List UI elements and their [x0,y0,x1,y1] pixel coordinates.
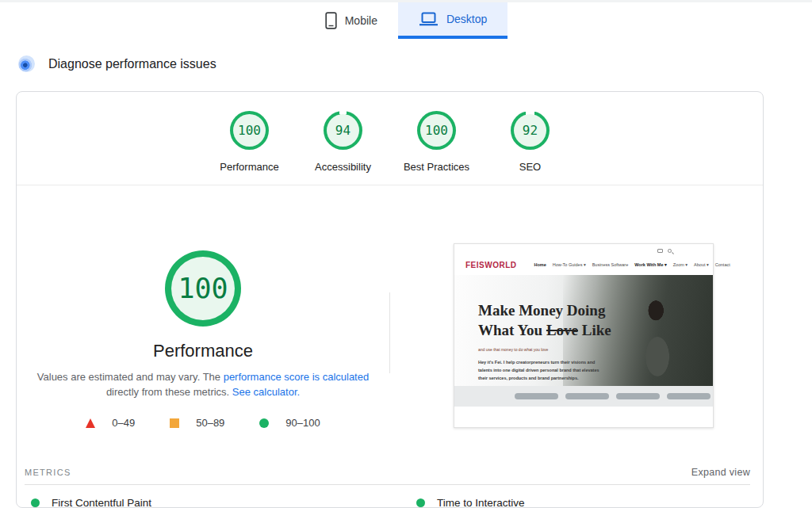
hero-heading-line2-post: Like [578,322,611,338]
score-calc-link[interactable]: performance score is calculated [224,371,370,383]
best-practices-gauge: 100 [417,111,456,150]
red-triangle-icon [86,418,95,428]
performance-main-score: 100 [165,250,241,327]
nav-item: How-To Guides ▾ [553,262,586,267]
expand-view-button[interactable]: Expand view [691,467,750,478]
logo-bar [616,393,660,399]
performance-summary-title: Performance [153,341,253,361]
performance-score-value: 100 [230,111,269,150]
seo-gauge: 92 [511,111,550,150]
hero-copy: Make Money Doing What You Love Like and … [478,300,621,382]
thumb-nav-bar: FEISWORLD Home How-To Guides ▾ Business … [454,254,713,275]
performance-score-label: Performance [220,161,278,173]
performance-summary-description: Values are estimated and may vary. The p… [29,369,377,399]
seo-score-value: 92 [511,111,550,150]
green-circle-icon [259,418,269,428]
logo-bar [515,393,558,399]
thumb-hero: Make Money Doing What You Love Like and … [454,275,713,407]
thumb-utility-bar [454,244,713,254]
nav-item: Zoom ▾ [673,262,688,267]
legend-range-good: 90–100 [285,417,320,429]
hero-heading: Make Money Doing What You Love Like [478,300,621,340]
performance-main-gauge: 100 [165,250,241,327]
desktop-icon [419,11,439,27]
cart-icon [657,249,663,253]
nav-item: Home [534,262,546,267]
best-practices-score-value: 100 [417,111,456,150]
good-status-icon [416,498,425,507]
site-nav-links: Home How-To Guides ▾ Business Software W… [534,262,730,267]
orange-square-icon [170,418,179,428]
nav-item: Contact [715,262,730,267]
category-scores-row: 100 Performance 94 Accessibility 100 Bes… [17,92,763,185]
nav-item: Work With Me ▾ [634,262,667,267]
see-calculator-link[interactable]: See calculator. [232,386,300,398]
mobile-icon [325,12,337,29]
metrics-section-label: METRICS [25,468,71,477]
legend-range-fail: 0–49 [112,417,135,429]
site-logo: FEISWORLD [465,261,517,269]
search-icon [668,249,672,253]
score-item-seo[interactable]: 92 SEO [484,111,577,173]
summary-thumbnail-divider [389,292,390,373]
legend-item-fail: 0–49 [86,417,135,429]
tab-mobile-label: Mobile [345,14,377,27]
metric-label-fcp: First Contentful Paint [52,497,151,508]
metrics-header-row: METRICS Expand view [25,461,750,483]
report-card: 100 Performance 94 Accessibility 100 Bes… [16,91,764,508]
performance-gauge: 100 [230,111,269,150]
accessibility-gauge: 94 [324,111,362,150]
good-status-icon [31,498,40,507]
best-practices-score-label: Best Practices [404,161,469,173]
nav-item: About ▾ [694,262,709,267]
tab-mobile[interactable]: Mobile [304,2,398,39]
score-item-performance[interactable]: 100 Performance [203,111,297,173]
hero-heading-line2-pre: What You [478,322,546,338]
hero-body-text: Hey it's Fei. I help creatorpreneurs tur… [478,358,605,382]
site-screenshot-thumbnail[interactable]: FEISWORLD Home How-To Guides ▾ Business … [454,243,714,428]
lighthouse-icon [18,55,35,72]
metric-row-tti: Time to Interactive [410,485,752,508]
score-item-accessibility[interactable]: 94 Accessibility [297,111,390,173]
accessibility-score-value: 94 [324,111,362,150]
metric-row-fcp: First Contentful Paint [25,485,384,508]
logo-bar [565,393,609,399]
score-legend: 0–49 50–89 90–100 [86,417,320,429]
accessibility-score-label: Accessibility [315,161,371,173]
section-header: Diagnose performance issues [18,55,216,72]
seo-score-label: SEO [519,161,541,173]
hero-heading-strike: Love [546,322,578,338]
logo-bar [667,393,710,399]
device-tabbar: Mobile Desktop [0,0,812,39]
hero-subline: and use that money to do what you love [478,347,621,352]
tab-desktop-label: Desktop [446,13,487,25]
desc-text-1: Values are estimated and may vary. The [37,371,224,383]
thumb-logo-strip [454,386,713,407]
hero-heading-line1: Make Money Doing [478,302,605,319]
desc-text-2: directly from these metrics. [106,386,232,398]
tab-desktop[interactable]: Desktop [398,2,508,39]
legend-range-average: 50–89 [196,417,224,429]
metric-label-tti: Time to Interactive [437,497,525,508]
legend-item-good: 90–100 [259,417,320,429]
page-title: Diagnose performance issues [48,57,216,71]
legend-item-average: 50–89 [170,417,224,429]
nav-item: Business Software [592,262,629,267]
score-item-best-practices[interactable]: 100 Best Practices [390,111,484,173]
performance-summary: 100 Performance Values are estimated and… [17,185,389,429]
